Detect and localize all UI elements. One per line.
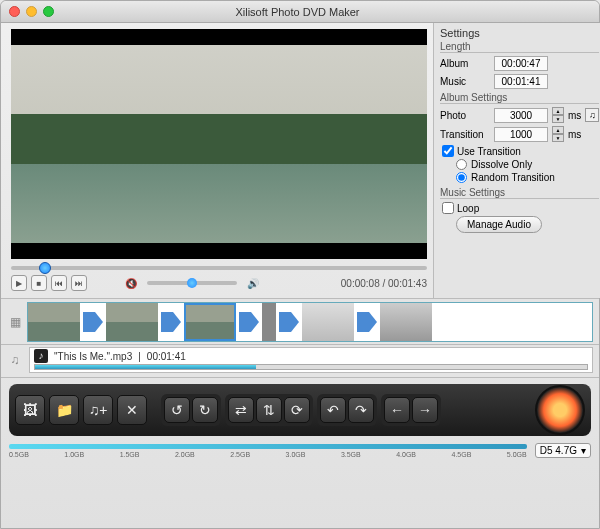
undo-button[interactable]: ↶ <box>320 397 346 423</box>
photo-strip[interactable] <box>27 302 593 342</box>
rotate-cw-button[interactable]: ↻ <box>192 397 218 423</box>
rotate-ccw-button[interactable]: ↺ <box>164 397 190 423</box>
use-transition-label: Use Transition <box>457 146 521 157</box>
music-track[interactable]: ♪ "This Is Me.".mp3 | 00:01:41 <box>29 347 593 373</box>
album-settings-label: Album Settings <box>440 92 599 104</box>
loop-checkbox[interactable] <box>442 202 454 214</box>
disk-type-select[interactable]: D5 4.7G ▾ <box>535 443 591 458</box>
loop-label: Loop <box>457 203 479 214</box>
add-folder-button[interactable]: 📁 <box>49 395 79 425</box>
disk-usage-bar: 0.5GB 1.0GB 1.5GB 2.0GB 2.5GB 3.0GB 3.5G… <box>9 442 527 458</box>
settings-title: Settings <box>440 27 599 39</box>
time-current: 00:00:08 <box>341 278 380 289</box>
transition-arrow-icon[interactable] <box>237 303 261 341</box>
thumb-1[interactable] <box>28 303 80 341</box>
volume-thumb-icon[interactable] <box>187 278 197 288</box>
volume-slider[interactable] <box>147 281 237 285</box>
thumb-6[interactable] <box>380 303 432 341</box>
music-time: 00:01:41 <box>494 74 548 89</box>
manage-audio-button[interactable]: Manage Audio <box>456 216 542 233</box>
add-music-button[interactable]: ♫+ <box>83 395 113 425</box>
next-button[interactable]: ⏭ <box>71 275 87 291</box>
length-label: Length <box>440 41 599 53</box>
photo-strip-icon: ▦ <box>7 314 23 330</box>
minimize-icon[interactable] <box>26 6 37 17</box>
seek-thumb-icon[interactable] <box>39 262 51 274</box>
photo-label: Photo <box>440 110 490 121</box>
preview-video <box>11 29 427 259</box>
dissolve-label: Dissolve Only <box>471 159 532 170</box>
stop-button[interactable]: ■ <box>31 275 47 291</box>
seek-slider[interactable] <box>11 263 427 273</box>
transition-arrow-icon[interactable] <box>355 303 379 341</box>
music-note-icon[interactable]: ♫ <box>585 108 599 122</box>
prev-button[interactable]: ⏮ <box>51 275 67 291</box>
settings-panel: Settings Length Album 00:00:47 Music 00:… <box>433 23 600 298</box>
audio-file-icon: ♪ <box>34 349 48 363</box>
music-settings-label: Music Settings <box>440 187 599 199</box>
music-file-duration: 00:01:41 <box>147 351 186 362</box>
reorder-button[interactable]: ⇅ <box>256 397 282 423</box>
transition-stepper[interactable]: ▲▼ <box>552 126 564 142</box>
move-right-button[interactable]: → <box>412 397 438 423</box>
volume-icon[interactable]: 🔇 <box>125 278 137 289</box>
maximize-icon[interactable] <box>43 6 54 17</box>
chevron-down-icon: ▾ <box>581 445 586 456</box>
music-strip-icon: ♫ <box>7 352 23 368</box>
thumb-3-selected[interactable] <box>184 303 236 341</box>
music-label: Music <box>440 76 490 87</box>
use-transition-checkbox[interactable] <box>442 145 454 157</box>
music-file-name: "This Is Me.".mp3 <box>54 351 132 362</box>
swap-button[interactable]: ⇄ <box>228 397 254 423</box>
thumb-5[interactable] <box>302 303 354 341</box>
transition-arrow-icon[interactable] <box>277 303 301 341</box>
photo-input[interactable] <box>494 108 548 123</box>
refresh-button[interactable]: ⟳ <box>284 397 310 423</box>
dissolve-radio[interactable] <box>456 159 467 170</box>
playback-time: 00:00:08 / 00:01:43 <box>341 278 427 289</box>
ms-label: ms <box>568 110 581 121</box>
random-radio[interactable] <box>456 172 467 183</box>
transition-arrow-icon[interactable] <box>81 303 105 341</box>
transition-arrow-icon[interactable] <box>159 303 183 341</box>
time-total: 00:01:43 <box>388 278 427 289</box>
redo-button[interactable]: ↷ <box>348 397 374 423</box>
album-time: 00:00:47 <box>494 56 548 71</box>
album-label: Album <box>440 58 490 69</box>
burn-button[interactable] <box>535 385 585 435</box>
thumb-4[interactable] <box>262 303 276 341</box>
move-left-button[interactable]: ← <box>384 397 410 423</box>
ms-label2: ms <box>568 129 581 140</box>
transition-input[interactable] <box>494 127 548 142</box>
volume-max-icon: 🔊 <box>247 278 259 289</box>
delete-button[interactable]: ✕ <box>117 395 147 425</box>
music-progress <box>34 364 588 370</box>
toolbar: 🖼 📁 ♫+ ✕ ↺ ↻ ⇄ ⇅ ⟳ ↶ ↷ ← → <box>9 384 591 436</box>
photo-stepper[interactable]: ▲▼ <box>552 107 564 123</box>
add-image-button[interactable]: 🖼 <box>15 395 45 425</box>
close-icon[interactable] <box>9 6 20 17</box>
thumb-2[interactable] <box>106 303 158 341</box>
disk-selected-label: D5 4.7G <box>540 445 577 456</box>
play-button[interactable]: ▶ <box>11 275 27 291</box>
transition-label: Transition <box>440 129 490 140</box>
window-title: Xilisoft Photo DVD Maker <box>54 6 541 18</box>
titlebar: Xilisoft Photo DVD Maker <box>1 1 599 23</box>
random-label: Random Transition <box>471 172 555 183</box>
